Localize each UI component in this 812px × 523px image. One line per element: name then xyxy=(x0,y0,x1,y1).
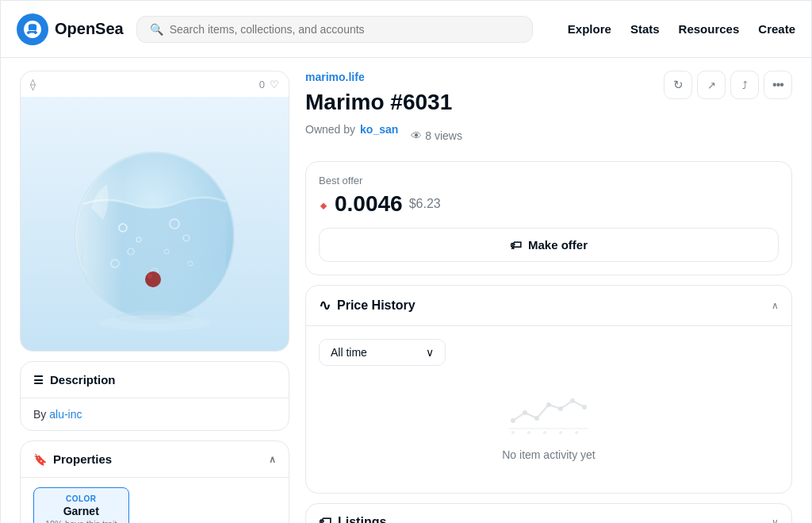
author-link[interactable]: alu-inc xyxy=(49,408,82,421)
search-input[interactable] xyxy=(170,23,519,36)
refresh-icon: ↻ xyxy=(673,78,684,92)
nav-create[interactable]: Create xyxy=(758,22,795,36)
nft-image-card: ⟠ 0 ♡ xyxy=(20,71,289,352)
nft-header: marimo.life Marimo #6031 Owned by ko_san… xyxy=(305,71,792,148)
property-value: Garnet xyxy=(45,505,117,517)
owned-by-row: Owned by ko_san 👁 8 views xyxy=(305,123,665,148)
left-column: ⟠ 0 ♡ xyxy=(20,71,289,523)
svg-point-29 xyxy=(559,431,562,434)
properties-section: 🔖 Properties ∧ COLOR Garnet 10% have thi… xyxy=(20,440,289,523)
heart-icon[interactable]: ♡ xyxy=(270,79,279,90)
listings-chevron: ∨ xyxy=(772,517,779,523)
offer-card: Best offer ⬥ 0.0046 $6.23 🏷 Make offer xyxy=(305,161,792,275)
search-bar[interactable]: 🔍 xyxy=(136,16,533,43)
time-filter-label: All time xyxy=(331,346,367,359)
eth-chain-icon: ⟠ xyxy=(30,78,36,90)
external-link-icon: ↗ xyxy=(707,79,716,91)
svg-point-24 xyxy=(570,398,575,403)
nft-title: Marimo #6031 xyxy=(305,90,665,115)
logo-text: OpenSea xyxy=(55,20,124,38)
collection-link[interactable]: marimo.life xyxy=(305,71,665,83)
time-filter-dropdown[interactable]: All time ∨ xyxy=(319,339,446,366)
svg-point-26 xyxy=(511,431,515,434)
share-button[interactable]: ⤴ xyxy=(730,71,759,99)
empty-chart-icon xyxy=(501,385,596,440)
price-history-header-left: ∿ Price History xyxy=(319,297,416,314)
views-text: 8 views xyxy=(425,129,462,142)
owned-by: Owned by ko_san xyxy=(305,123,398,136)
property-rarity: 10% have this trait xyxy=(45,519,117,523)
refresh-button[interactable]: ↻ xyxy=(664,71,692,99)
views-count: 👁 8 views xyxy=(411,129,462,142)
svg-point-30 xyxy=(575,431,578,434)
properties-label: Properties xyxy=(53,452,112,466)
svg-point-19 xyxy=(511,418,515,423)
owned-by-label: Owned by xyxy=(305,123,355,136)
price-eth: 0.0046 xyxy=(335,191,403,217)
make-offer-button[interactable]: 🏷 Make offer xyxy=(319,228,779,262)
price-history-chevron: ∧ xyxy=(772,300,779,311)
properties-grid: COLOR Garnet 10% have this trait xyxy=(21,477,289,523)
dropdown-chevron-icon: ∨ xyxy=(426,346,434,359)
share-icon: ⤴ xyxy=(742,79,748,91)
make-offer-label: Make offer xyxy=(528,238,588,252)
nft-image xyxy=(21,97,289,351)
like-area[interactable]: 0 ♡ xyxy=(259,79,279,90)
svg-point-27 xyxy=(527,431,530,434)
listings-header[interactable]: 🏷 Listings ∨ xyxy=(306,504,791,523)
listings-section: 🏷 Listings ∨ xyxy=(305,503,792,523)
header: OpenSea 🔍 Explore Stats Resources Create xyxy=(1,1,811,58)
svg-point-23 xyxy=(558,406,563,411)
price-history-label: Price History xyxy=(337,298,416,313)
more-button[interactable]: ••• xyxy=(764,71,792,99)
by-label: By xyxy=(33,408,46,421)
description-label: Description xyxy=(50,373,116,386)
description-content: By alu-inc xyxy=(21,398,289,430)
external-link-button[interactable]: ↗ xyxy=(697,71,726,99)
listings-icon: 🏷 xyxy=(319,515,331,523)
best-offer-label: Best offer xyxy=(319,175,779,187)
description-header-left: ☰ Description xyxy=(33,373,116,386)
nav-explore[interactable]: Explore xyxy=(568,22,611,36)
nav: Explore Stats Resources Create xyxy=(568,22,795,36)
tag-icon: 🏷 xyxy=(510,238,522,252)
properties-header-left: 🔖 Properties xyxy=(33,452,112,466)
eth-red-icon: ⬥ xyxy=(319,195,328,213)
nav-stats[interactable]: Stats xyxy=(630,22,660,36)
description-section: ☰ Description By alu-inc xyxy=(20,361,289,431)
logo-icon xyxy=(17,13,48,45)
svg-point-25 xyxy=(582,405,587,410)
svg-point-20 xyxy=(523,410,527,415)
logo[interactable]: OpenSea xyxy=(17,13,124,45)
no-activity-area: No item activity yet xyxy=(319,366,779,480)
search-icon: 🔍 xyxy=(150,23,163,36)
properties-header[interactable]: 🔖 Properties ∧ xyxy=(21,441,289,477)
right-column: marimo.life Marimo #6031 Owned by ko_san… xyxy=(289,71,792,523)
like-count: 0 xyxy=(259,79,265,90)
price-history-header[interactable]: ∿ Price History ∧ xyxy=(306,286,791,325)
eye-icon: 👁 xyxy=(411,129,422,142)
price-usd: $6.23 xyxy=(409,197,441,211)
property-type: COLOR xyxy=(45,494,117,503)
svg-point-21 xyxy=(534,416,539,421)
price-history-body: All time ∨ xyxy=(306,325,791,493)
description-header[interactable]: ☰ Description xyxy=(21,362,289,398)
content: ⟠ 0 ♡ xyxy=(1,58,811,523)
property-item: COLOR Garnet 10% have this trait xyxy=(33,487,129,523)
header-actions: ↻ ↗ ⤴ ••• xyxy=(664,71,792,99)
listings-header-left: 🏷 Listings xyxy=(319,515,386,523)
svg-point-17 xyxy=(99,315,210,331)
owner-link[interactable]: ko_san xyxy=(360,123,398,136)
listings-label: Listings xyxy=(338,515,386,523)
price-history-section: ∿ Price History ∧ All time ∨ xyxy=(305,285,792,494)
bookmark-icon: 🔖 xyxy=(33,453,47,466)
chart-icon: ∿ xyxy=(319,297,331,314)
properties-chevron-up: ∧ xyxy=(269,454,276,465)
image-top-bar: ⟠ 0 ♡ xyxy=(21,71,289,97)
svg-point-28 xyxy=(543,431,546,434)
nav-resources[interactable]: Resources xyxy=(679,22,740,36)
svg-point-14 xyxy=(75,152,234,319)
svg-point-22 xyxy=(546,402,551,407)
no-activity-text: No item activity yet xyxy=(502,448,595,461)
menu-icon: ☰ xyxy=(33,374,44,386)
